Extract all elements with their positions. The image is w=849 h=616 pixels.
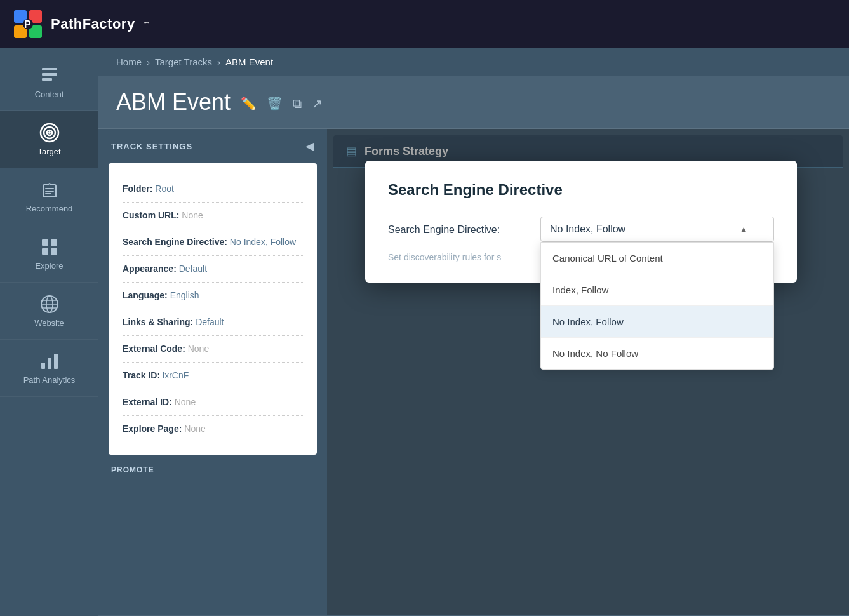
svg-rect-14: [51, 239, 57, 246]
custom-url-label: Custom URL:: [123, 210, 179, 220]
pathfactory-logo-icon: P: [13, 9, 43, 39]
explore-page-label: Explore Page:: [123, 424, 182, 434]
appearance-value: Default: [179, 264, 207, 274]
sidebar-item-path-analytics[interactable]: Path Analytics: [0, 340, 98, 397]
svg-rect-7: [42, 73, 57, 76]
setting-links-sharing: Links & Sharing: Default: [123, 309, 303, 336]
track-id-value: lxrCnF: [163, 370, 189, 380]
external-id-label: External ID:: [123, 397, 172, 407]
delete-icon[interactable]: 🗑️: [267, 96, 283, 111]
svg-rect-16: [51, 248, 57, 255]
language-value: English: [170, 290, 199, 300]
svg-rect-13: [42, 239, 48, 246]
content-label: Content: [35, 90, 64, 99]
body-content: TRACK SETTINGS ◀ Folder: Root Custom URL…: [98, 129, 849, 615]
page-header: ABM Event ✏️ 🗑️ ⧉ ↗: [98, 76, 849, 129]
track-id-label: Track ID:: [123, 370, 160, 380]
website-label: Website: [34, 318, 64, 328]
website-icon: [39, 294, 60, 314]
external-code-label: External Code:: [123, 344, 185, 354]
search-engine-value: No Index, Follow: [230, 237, 296, 247]
promote-section: PROMOTE: [98, 455, 327, 484]
sidebar-item-target[interactable]: Target: [0, 111, 98, 168]
external-code-value: None: [188, 344, 209, 354]
svg-rect-22: [41, 363, 45, 369]
sidebar-item-content[interactable]: Content: [0, 54, 98, 111]
folder-value: Root: [155, 184, 174, 194]
svg-rect-23: [48, 358, 51, 369]
recommend-label: Recommend: [26, 204, 73, 213]
dropdown-arrow-icon: ▲: [739, 224, 748, 234]
search-engine-label: Search Engine Directive:: [123, 237, 227, 247]
sidebar-item-website[interactable]: Website: [0, 283, 98, 340]
sidebar: Content Target Recommend: [0, 48, 98, 616]
breadcrumb-home[interactable]: Home: [116, 57, 142, 67]
appearance-label: Appearance:: [123, 264, 177, 274]
setting-language: Language: English: [123, 283, 303, 309]
modal-field-row: Search Engine Directive: No Index, Follo…: [388, 217, 774, 242]
share-icon[interactable]: ↗: [312, 96, 323, 111]
setting-search-engine: Search Engine Directive: No Index, Follo…: [123, 229, 303, 256]
select-wrapper: No Index, Follow ▲ Canonical URL of Cont…: [540, 217, 774, 242]
folder-label: Folder:: [123, 184, 152, 194]
path-analytics-label: Path Analytics: [23, 375, 76, 385]
collapse-button[interactable]: ◀: [305, 139, 314, 153]
setting-appearance: Appearance: Default: [123, 256, 303, 283]
app-name: PathFactory: [51, 16, 135, 32]
explore-label: Explore: [35, 261, 63, 271]
svg-rect-6: [42, 68, 57, 70]
target-icon: [39, 123, 60, 143]
track-settings-title: TRACK SETTINGS: [111, 142, 192, 151]
explore-icon: [39, 237, 60, 257]
links-sharing-value: Default: [196, 317, 224, 327]
dropdown-item-index-follow[interactable]: Index, Follow: [541, 274, 773, 306]
selected-value: No Index, Follow: [550, 224, 625, 235]
dropdown-list: Canonical URL of Content Index, Follow N…: [540, 242, 774, 370]
promote-title: PROMOTE: [111, 465, 154, 474]
setting-track-id: Track ID: lxrCnF: [123, 363, 303, 389]
select-display[interactable]: No Index, Follow ▲: [540, 217, 774, 242]
breadcrumb-current: ABM Event: [225, 57, 273, 67]
external-id-value: None: [175, 397, 196, 407]
links-sharing-label: Links & Sharing:: [123, 317, 193, 327]
custom-url-value: None: [182, 210, 203, 220]
dropdown-item-no-index-follow[interactable]: No Index, Follow: [541, 306, 773, 338]
modal-field-label: Search Engine Directive:: [388, 217, 528, 236]
duplicate-icon[interactable]: ⧉: [293, 97, 302, 111]
main-layout: Content Target Recommend: [0, 48, 849, 616]
svg-rect-8: [42, 78, 52, 81]
svg-rect-24: [54, 354, 58, 369]
breadcrumb-target-tracks[interactable]: Target Tracks: [155, 57, 212, 67]
explore-page-value: None: [184, 424, 205, 434]
breadcrumb-sep-2: ›: [217, 57, 220, 67]
content-icon: [39, 65, 60, 86]
analytics-icon: [39, 351, 60, 372]
recommend-icon: [39, 180, 60, 200]
page-title: ABM Event: [116, 89, 231, 116]
svg-text:P: P: [24, 19, 31, 30]
edit-icon[interactable]: ✏️: [241, 96, 257, 111]
setting-explore-page: Explore Page: None: [123, 416, 303, 442]
setting-external-id: External ID: None: [123, 389, 303, 416]
logo-area: P PathFactory™: [13, 9, 149, 39]
breadcrumb-sep-1: ›: [147, 57, 150, 67]
dropdown-item-no-index-no-follow[interactable]: No Index, No Follow: [541, 338, 773, 369]
setting-folder: Folder: Root: [123, 176, 303, 203]
header-icons: ✏️ 🗑️ ⧉ ↗: [241, 96, 323, 111]
track-settings-header: TRACK SETTINGS ◀: [98, 129, 327, 163]
dropdown-item-canonical[interactable]: Canonical URL of Content: [541, 243, 773, 274]
svg-rect-15: [42, 248, 48, 255]
language-label: Language:: [123, 290, 168, 300]
track-settings-panel: TRACK SETTINGS ◀ Folder: Root Custom URL…: [98, 129, 327, 615]
sidebar-item-explore[interactable]: Explore: [0, 225, 98, 283]
target-label: Target: [37, 147, 60, 156]
setting-external-code: External Code: None: [123, 336, 303, 363]
settings-card: Folder: Root Custom URL: None Search Eng…: [109, 163, 317, 455]
setting-custom-url: Custom URL: None: [123, 203, 303, 229]
content-area: Home › Target Tracks › ABM Event ABM Eve…: [98, 48, 849, 616]
svg-point-12: [48, 131, 51, 134]
search-engine-modal: Search Engine Directive Search Engine Di…: [365, 161, 797, 283]
breadcrumb: Home › Target Tracks › ABM Event: [98, 48, 849, 76]
sidebar-item-recommend[interactable]: Recommend: [0, 168, 98, 225]
right-panel: ▤ Forms Strategy Search Engine Directive…: [327, 129, 849, 615]
